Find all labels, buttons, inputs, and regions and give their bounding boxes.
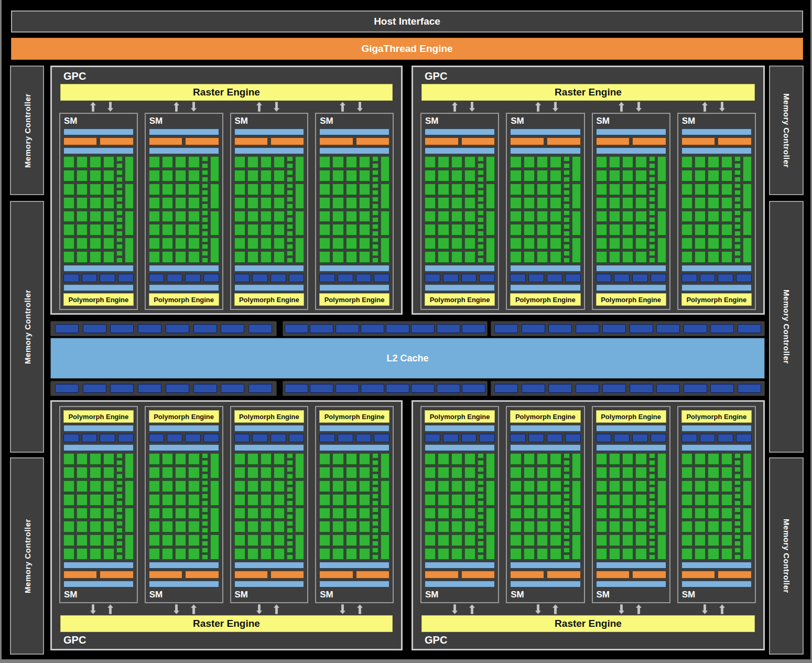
core-cell	[149, 211, 160, 222]
core-tall-cell	[125, 480, 134, 506]
core-cell	[274, 184, 285, 195]
core-mini-cell	[116, 244, 123, 249]
raster-sm-arrow-pair	[144, 101, 227, 113]
tex-unit-block	[596, 274, 612, 282]
core-mini-cell	[116, 231, 123, 236]
core-mini-cell	[734, 244, 741, 249]
sm-row: SM Polymorph Engine SM	[420, 113, 756, 310]
sm-orange-bar	[461, 137, 495, 145]
core-cell	[90, 508, 101, 519]
core-mini-cell	[116, 554, 123, 560]
core-mini-cell	[649, 163, 655, 168]
core-cell	[681, 521, 692, 532]
up-arrow-icon	[174, 102, 179, 112]
core-mini-cell	[478, 224, 484, 229]
core-cell	[451, 480, 462, 492]
core-cell	[609, 224, 620, 236]
core-tall-cell	[295, 156, 304, 181]
core-mini-cell	[116, 453, 123, 458]
core-cell	[464, 494, 475, 506]
core-cell	[162, 224, 173, 236]
core-mini-cell	[372, 494, 378, 499]
memory-controller-label: Memory Controller	[23, 290, 31, 364]
sm-light-blue-bar	[234, 129, 305, 135]
core-cell	[175, 251, 186, 263]
core-cell	[510, 548, 521, 560]
core-cell	[247, 548, 258, 560]
core-cell	[274, 211, 285, 222]
core-cell	[708, 453, 719, 465]
core-tall-cell	[210, 453, 219, 478]
core-cell	[90, 480, 101, 492]
core-tall-cell	[210, 534, 219, 560]
up-arrow-icon	[452, 102, 458, 112]
polymorph-engine-bar: Polymorph Engine	[596, 410, 666, 423]
core-cell	[274, 521, 285, 532]
tex-unit-block	[700, 434, 716, 442]
core-tall-cell	[572, 156, 581, 181]
core-mini-cell	[734, 156, 741, 162]
polymorph-engine-label: Polymorph Engine	[515, 296, 576, 304]
core-cell	[63, 453, 74, 465]
core-mini-cell	[478, 453, 484, 458]
polymorph-engine-label: Polymorph Engine	[601, 296, 661, 304]
core-mini-cell	[116, 500, 123, 506]
core-tall-cell	[210, 480, 219, 506]
tex-unit-block	[252, 274, 268, 282]
sm-scheduler-bars-row	[63, 137, 134, 145]
core-mini-cell	[649, 210, 655, 216]
core-mini-cell	[372, 231, 378, 236]
l2-partition-block	[576, 324, 599, 333]
core-cell	[332, 251, 343, 263]
l2-partition-block	[548, 384, 572, 393]
tex-unit-block	[681, 274, 697, 282]
core-cell	[274, 238, 285, 249]
core-cell	[188, 211, 199, 222]
core-cell	[609, 467, 620, 478]
core-cell	[622, 494, 633, 506]
core-mini-cell	[372, 507, 378, 512]
tex-unit-block	[356, 274, 372, 282]
core-mini-cell	[202, 177, 208, 182]
core-cell	[550, 467, 561, 478]
core-mini-cell	[478, 528, 484, 533]
down-arrow-icon	[452, 604, 458, 614]
core-mini-cell	[734, 474, 741, 479]
core-mini-cell	[478, 554, 484, 560]
core-mini-cell	[564, 467, 570, 472]
core-grid-small-column	[202, 453, 208, 560]
sm-orange-bar	[681, 137, 716, 145]
core-mini-cell	[372, 460, 378, 465]
l2-partition-strip	[50, 381, 277, 396]
core-grid-tall-column	[295, 453, 304, 560]
core-cell	[425, 211, 436, 222]
core-cell	[77, 508, 88, 519]
core-tall-cell	[381, 508, 389, 533]
core-cell	[537, 224, 548, 236]
core-grid-tall-column	[210, 453, 219, 560]
core-mini-cell	[202, 224, 208, 229]
core-mini-cell	[564, 258, 570, 263]
core-mini-cell	[649, 217, 655, 222]
raster-engine-label: Raster Engine	[555, 618, 622, 629]
core-cell	[708, 211, 719, 222]
core-cell	[695, 170, 706, 181]
core-cell	[247, 224, 258, 236]
up-arrow-icon	[469, 604, 475, 614]
sm-orange-bar	[632, 137, 666, 145]
sm-core-grid	[149, 453, 219, 560]
core-cell	[537, 197, 548, 209]
core-mini-cell	[564, 548, 570, 553]
core-grid-small-column	[116, 156, 123, 263]
sm-core-grid	[425, 156, 495, 263]
core-mini-cell	[564, 190, 570, 195]
core-tall-cell	[210, 211, 219, 236]
core-grid-small-column	[649, 156, 655, 263]
core-cell	[261, 508, 272, 519]
sm-light-blue-bar	[510, 444, 580, 451]
core-cell	[510, 170, 521, 181]
core-cell	[537, 184, 548, 195]
sm-scheduler-bars-row	[596, 137, 666, 145]
core-cell	[247, 508, 258, 519]
core-cell	[721, 494, 732, 506]
